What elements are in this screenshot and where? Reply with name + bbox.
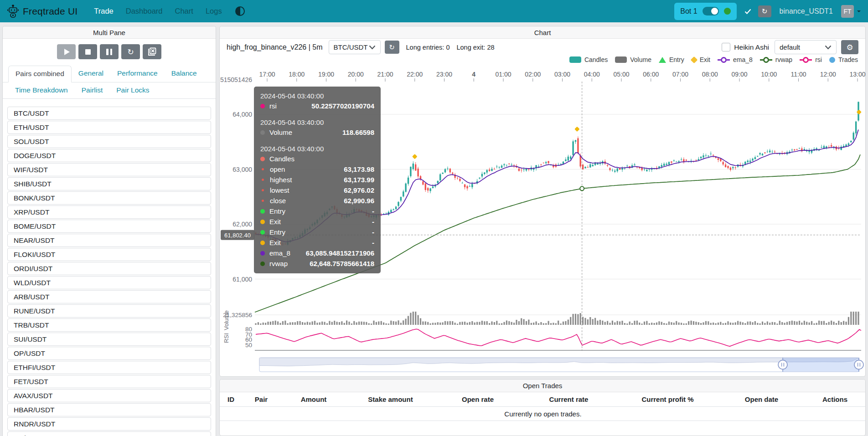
plot-settings-button[interactable]: ⚙: [841, 40, 858, 54]
price-axis-label: 63,000: [232, 166, 252, 173]
x-axis-label: 11:00: [791, 71, 806, 78]
pair-list-item[interactable]: SOL/USDT: [7, 135, 211, 148]
price-axis-top-label: 515051426: [220, 76, 252, 83]
multi-pane-tabs: Pairs combinedGeneralPerformanceBalance …: [3, 66, 216, 99]
candle-bodies-up: [270, 102, 859, 245]
pair-list-item[interactable]: ORDI/USDT: [7, 262, 211, 275]
price-axis-label: 62,000: [232, 221, 252, 228]
user-avatar[interactable]: FT: [841, 5, 854, 18]
reload-config-button[interactable]: ↻: [121, 44, 140, 59]
bot-selector: Bot 1: [674, 3, 736, 20]
tab-time-breakdown[interactable]: Time Breakdown: [8, 82, 75, 98]
pair-list-item[interactable]: NEAR/USDT: [7, 234, 211, 247]
pair-list-item[interactable]: XRP/USDT: [7, 205, 211, 219]
stop-bot-button[interactable]: [78, 44, 97, 59]
user-menu-caret-icon[interactable]: [857, 10, 861, 14]
start-bot-button[interactable]: [57, 44, 76, 59]
pair-list-item[interactable]: DOGE/USDT: [7, 149, 211, 162]
pair-list-item[interactable]: ETHFI/USDT: [7, 361, 211, 374]
x-axis-label: 01:00: [495, 71, 511, 78]
bot-name: Bot 1: [680, 7, 697, 15]
pair-list-item[interactable]: RNDR/USDT: [7, 417, 211, 431]
open-trades-header-row: IDPairAmountStake amountOpen rateCurrent…: [220, 392, 866, 407]
exit-signal-marker: [412, 154, 417, 159]
column-header-open-date: Open date: [719, 392, 804, 407]
price-axis-label: 61,000: [232, 276, 252, 283]
tab-general[interactable]: General: [72, 66, 110, 82]
reload-bot-button[interactable]: ↻: [758, 5, 771, 17]
datazoom-left-handle[interactable]: [778, 360, 787, 369]
chart-x-icon: [148, 47, 156, 56]
column-header-pair: Pair: [242, 392, 280, 407]
x-axis-label: 05:00: [613, 71, 629, 78]
open-trades-title: Open Trades: [220, 380, 865, 392]
pair-list-item[interactable]: TRB/USDT: [7, 318, 211, 332]
open-trades-table: IDPairAmountStake amountOpen rateCurrent…: [220, 392, 866, 421]
play-icon: [64, 49, 70, 55]
pair-list-item[interactable]: RUNE/USDT: [7, 304, 211, 318]
refresh-chart-button[interactable]: ↻: [385, 41, 399, 54]
nav-item-logs[interactable]: Logs: [206, 7, 222, 15]
crosshair-price-label: 61,802.40: [224, 232, 251, 239]
column-header-current-profit: Current profit %: [616, 392, 719, 407]
pair-list-item[interactable]: HBAR/USDT: [7, 403, 211, 416]
x-axis-label: 17:00: [259, 71, 275, 78]
heikin-ashi-checkbox[interactable]: [722, 43, 730, 51]
pair-select[interactable]: BTC/USDT: [329, 40, 381, 54]
chevron-down-icon: [369, 45, 376, 50]
datazoom-slider[interactable]: [259, 358, 863, 372]
forget-signals-button[interactable]: [143, 44, 161, 59]
nav-item-chart[interactable]: Chart: [175, 7, 193, 15]
volume-bars: [255, 312, 859, 325]
pair-list-item[interactable]: FLOKI/USDT: [7, 248, 211, 261]
x-axis-label: 08:00: [702, 71, 718, 78]
rsi-line: [256, 329, 861, 346]
pause-bot-button[interactable]: [100, 44, 119, 59]
x-axis-label: 10:00: [761, 71, 777, 78]
multi-pane-panel: Multi Pane ↻ Pairs combinedGeneralPerfor…: [2, 26, 216, 436]
pair-list-item[interactable]: FET/USDT: [7, 375, 211, 388]
pair-list-item[interactable]: BOME/USDT: [7, 220, 211, 233]
open-trades-panel: Open Trades IDPairAmountStake amountOpen…: [219, 379, 866, 436]
x-axis-label: 20:00: [348, 71, 364, 78]
theme-toggle-icon[interactable]: [235, 6, 245, 16]
pair-list-item[interactable]: WIF/USDT: [7, 163, 211, 176]
volume-pane-title: Volume: [223, 310, 230, 330]
x-axis-label: 02:00: [525, 71, 541, 78]
bot-ok-check-icon: [744, 9, 751, 14]
candlestick-chart-canvas[interactable]: 17:0018:0019:0020:0021:0022:0023:00401:0…: [220, 54, 866, 377]
chevron-down-icon: [825, 45, 832, 50]
rsi-axis-label: 50: [245, 342, 252, 349]
plot-config-select[interactable]: default: [775, 40, 837, 54]
x-axis-label: 12:00: [820, 71, 836, 78]
bot-control-buttons: ↻: [3, 44, 216, 59]
pair-list-item[interactable]: OP/USDT: [7, 347, 211, 360]
tab-balance[interactable]: Balance: [165, 66, 204, 82]
pair-list-item[interactable]: BTC/USDT: [7, 107, 211, 120]
toggle-knob: [711, 8, 718, 15]
pair-list-item[interactable]: AR/USDT: [7, 431, 211, 436]
main-nav: TradeDashboardChartLogs: [94, 7, 234, 15]
tab-performance[interactable]: Performance: [110, 66, 165, 82]
nav-item-dashboard[interactable]: Dashboard: [126, 7, 163, 15]
stop-icon: [85, 49, 91, 55]
pair-list-item[interactable]: WLD/USDT: [7, 276, 211, 289]
empty-trades-message: Currently no open trades.: [220, 407, 866, 421]
tab-pairs-combined[interactable]: Pairs combined: [8, 66, 72, 82]
tab-pairlist[interactable]: Pairlist: [75, 82, 110, 98]
pair-list-item[interactable]: ARB/USDT: [7, 290, 211, 303]
pair-list-item[interactable]: SUI/USDT: [7, 333, 211, 346]
ema-8-line: [256, 130, 858, 242]
tab-pair-locks[interactable]: Pair Locks: [109, 82, 156, 98]
pair-list-item[interactable]: ETH/USDT: [7, 121, 211, 134]
pair-list-item[interactable]: AVAX/USDT: [7, 389, 211, 402]
candle-wicks-down: [256, 137, 839, 246]
pair-list-item[interactable]: BONK/USDT: [7, 191, 211, 205]
nav-item-trade[interactable]: Trade: [94, 7, 114, 15]
column-header-id: ID: [220, 392, 242, 407]
pair-list-item[interactable]: SHIB/USDT: [7, 177, 211, 190]
bot-enable-toggle[interactable]: [703, 7, 719, 15]
strategy-timeframe-label: high_frog_binance_v226 | 5m: [227, 43, 323, 51]
x-axis-label: 13:00: [849, 71, 865, 78]
datazoom-right-handle[interactable]: [854, 360, 863, 369]
